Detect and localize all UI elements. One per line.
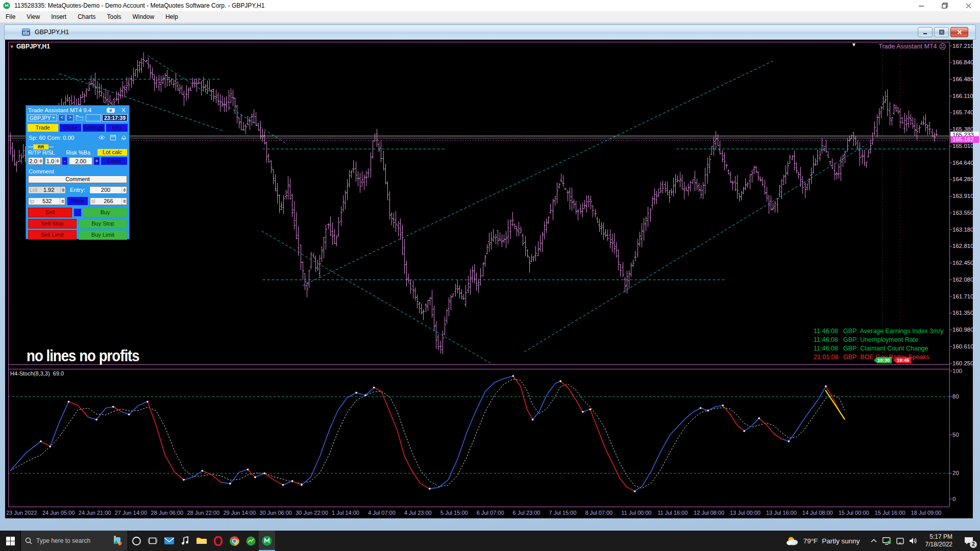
menu-view[interactable]: View <box>21 11 45 22</box>
panel-titlebar[interactable]: Trade Assistant MT4 9.4 X <box>26 106 129 114</box>
taskbar-icon-file-explorer[interactable] <box>193 531 210 551</box>
menu-help[interactable]: Help <box>160 11 184 22</box>
time-tick-label: 15 Jul 00:00 <box>839 510 869 516</box>
prev-symbol-button[interactable]: < <box>58 114 65 121</box>
start-button[interactable] <box>0 531 20 551</box>
lot-calc-button[interactable]: Lot calc <box>97 149 127 156</box>
tab-info[interactable]: Info <box>106 124 128 132</box>
mt4-logo-icon <box>3 2 10 9</box>
menu-window[interactable]: Window <box>127 11 160 22</box>
price-button[interactable]: Price <box>67 197 88 205</box>
sell-stop-button[interactable]: Sell Stop <box>28 219 77 229</box>
chart-minimize-button[interactable] <box>918 27 933 37</box>
time-tick-label: 30 Jun 22:00 <box>296 510 328 516</box>
menu-tools[interactable]: Tools <box>102 11 127 22</box>
menu-charts[interactable]: Charts <box>72 11 101 22</box>
panel-close-button[interactable]: X <box>120 107 127 113</box>
tab-settings[interactable]: Settings <box>83 124 105 132</box>
panel-text-input[interactable] <box>86 114 101 121</box>
restore-button[interactable] <box>933 0 957 11</box>
news-flag-badge: 10:30 <box>874 357 892 363</box>
camera-icon[interactable] <box>107 108 115 113</box>
chart-area[interactable] <box>5 39 973 518</box>
minimize-button[interactable] <box>910 0 933 11</box>
file-explorer-icon <box>197 537 207 545</box>
spread-commission-label: Sp: 60 Com: 0.00 <box>29 135 93 141</box>
indicator-tick-label: 50 <box>952 432 959 438</box>
close-button[interactable] <box>957 0 980 11</box>
price-tick-label: 166.110 <box>952 93 973 99</box>
time-tick-label: 15 Jul 16:00 <box>875 510 905 516</box>
calendar-icon[interactable] <box>110 135 116 140</box>
time-tick-label: 8 Jul 07:00 <box>585 510 612 516</box>
clock[interactable]: 5:17 PM 7/18/2022 <box>920 533 958 548</box>
taskbar-icon-opera[interactable] <box>210 531 226 551</box>
search-highlights-icon[interactable] <box>110 535 122 546</box>
weather-widget[interactable]: 79°F Partly sunny <box>779 536 867 546</box>
taskbar-icon-metatrader[interactable] <box>259 531 275 551</box>
news-feed: 11:46:08GBP: Average Earnings Index 3m/y… <box>814 327 943 362</box>
taskbar-icon-chrome[interactable] <box>226 531 242 551</box>
eye-icon[interactable] <box>99 135 105 140</box>
panel-title: Trade Assistant MT4 9.4 <box>28 107 107 113</box>
rtp-stepper[interactable]: 2.0 <box>28 157 43 165</box>
folder-icon[interactable] <box>75 115 85 121</box>
price-tick-label: 162.080 <box>952 277 974 283</box>
risk-input[interactable]: 2.00 <box>69 157 92 165</box>
action-center-button[interactable]: 2 <box>958 531 980 551</box>
risk-minus-button[interactable]: - <box>62 157 68 165</box>
taskbar-icon-music[interactable] <box>177 531 193 551</box>
sell-limit-button[interactable]: Sell Limit <box>28 230 77 240</box>
indicator-tick-label: 20 <box>952 470 959 476</box>
chart-window-titlebar[interactable]: GBPJPY,H1 <box>4 24 976 40</box>
comment-input[interactable]: Comment <box>28 176 127 183</box>
symbol-caret-icon: ▼ <box>9 44 14 49</box>
order-mode-toggle[interactable] <box>74 209 82 216</box>
time-tick-label: 4 Jul 23:00 <box>404 510 432 516</box>
indicator-tick-label: 100 <box>952 368 962 374</box>
time-tick-label: 6 Jul 07:00 <box>477 510 504 516</box>
search-input[interactable]: Type here to search <box>20 531 128 551</box>
buy-limit-button[interactable]: Buy Limit <box>79 230 127 240</box>
entry-stepper[interactable]: 200 <box>89 186 127 194</box>
tray-icon-tablet[interactable] <box>894 531 907 551</box>
menu-insert[interactable]: Insert <box>45 11 72 22</box>
tp-stepper[interactable]: tp532 <box>28 197 65 205</box>
taskbar-icon-mail[interactable] <box>161 531 177 551</box>
price-tick-label: 163.910 <box>952 193 974 199</box>
clock-date: 7/18/2022 <box>925 541 952 548</box>
sad-face-icon: ☹ <box>939 43 946 50</box>
buy-stop-button[interactable]: Buy Stop <box>79 219 127 229</box>
trade-assistant-panel[interactable]: Trade Assistant MT4 9.4 X GBPJPY < > 23:… <box>26 105 130 239</box>
symbol-dropdown[interactable]: GBPJPY <box>28 114 57 121</box>
sell-button[interactable]: Sell <box>28 208 72 217</box>
menu-file[interactable]: File <box>0 11 21 22</box>
risk-plus-button[interactable]: + <box>94 157 100 165</box>
indicator-label: H4-Stoch(8,3,3) 69.0 <box>10 370 64 377</box>
news-item: 11:46:08GBP: Unemployment Rate <box>814 336 943 344</box>
tray-icon-display[interactable] <box>880 531 894 551</box>
taskbar-icon-finance-app[interactable] <box>242 531 259 551</box>
tray-icon-chevron-up[interactable] <box>867 531 880 551</box>
chart-restore-button[interactable] <box>934 27 949 37</box>
lot-stepper[interactable]: Lot1.92 <box>28 186 66 194</box>
tray-icon-speaker[interactable] <box>907 531 920 551</box>
buy-button[interactable]: Buy <box>83 208 127 217</box>
rsl-stepper[interactable]: 1.0 <box>45 157 60 165</box>
taskbar-icon-cortana[interactable] <box>128 531 144 551</box>
bell-icon[interactable] <box>121 135 127 140</box>
time-tick-label: 1 Jul 14:00 <box>332 510 359 516</box>
price-tick-label: 161.350 <box>952 310 974 316</box>
taskbar-icon-task-view[interactable] <box>144 531 161 551</box>
news-text: GBP: Claimant Count Change <box>843 345 928 352</box>
price-tick-label: 166.840 <box>952 59 974 65</box>
time-tick-label: 23 Jun 2022 <box>6 510 37 516</box>
lines-button[interactable]: Lines <box>101 157 127 165</box>
task-view-icon <box>148 537 157 545</box>
sl-stepper[interactable]: sl266 <box>90 197 127 205</box>
tab-trade[interactable]: Trade <box>28 124 58 132</box>
tab-close[interactable]: Close <box>60 124 82 132</box>
next-symbol-button[interactable]: > <box>66 114 74 121</box>
tablet-icon <box>896 537 904 545</box>
chart-close-button[interactable] <box>950 27 968 37</box>
